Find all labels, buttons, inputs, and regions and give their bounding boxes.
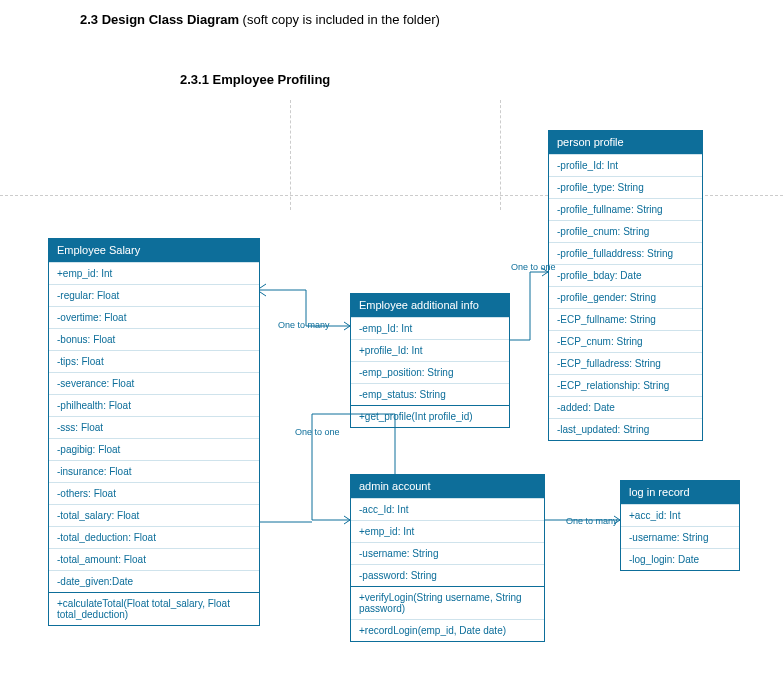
class-attr: -total_deduction: Float	[49, 526, 259, 548]
class-attr: -insurance: Float	[49, 460, 259, 482]
class-attr: -log_login: Date	[621, 548, 739, 570]
class-attr: -ECP_fullname: String	[549, 308, 702, 330]
rel-one-to-one: One to one	[295, 427, 340, 437]
class-attr: -total_amount: Float	[49, 548, 259, 570]
class-employee-additional-info: Employee additional info -emp_Id: Int +p…	[350, 293, 510, 428]
subsection-title-text: Employee Profiling	[213, 72, 331, 87]
class-attr: -regular: Float	[49, 284, 259, 306]
class-attr: -overtime: Float	[49, 306, 259, 328]
class-attr: -bonus: Float	[49, 328, 259, 350]
class-attr: -philhealth: Float	[49, 394, 259, 416]
class-attr: -profile_cnum: String	[549, 220, 702, 242]
class-op: +get_profile(Int profile_id)	[351, 405, 509, 427]
class-attr: -acc_Id: Int	[351, 498, 544, 520]
section-number: 2.3	[80, 12, 98, 27]
class-title: log in record	[621, 481, 739, 504]
section-note: (soft copy is included in the folder)	[243, 12, 440, 27]
class-attr: -profile_Id: Int	[549, 154, 702, 176]
class-attr: +emp_id: Int	[351, 520, 544, 542]
class-attr: -severance: Float	[49, 372, 259, 394]
class-attr: -tips: Float	[49, 350, 259, 372]
class-attr: -password: String	[351, 564, 544, 586]
class-attr: -added: Date	[549, 396, 702, 418]
class-attr: -profile_fulladdress: String	[549, 242, 702, 264]
class-attr: -sss: Float	[49, 416, 259, 438]
class-log-in-record: log in record +acc_id: Int -username: St…	[620, 480, 740, 571]
class-attr: +emp_id: Int	[49, 262, 259, 284]
class-attr: -username: String	[621, 526, 739, 548]
class-attr: -emp_position: String	[351, 361, 509, 383]
subsection-heading: 2.3.1 Employee Profiling	[180, 72, 330, 87]
class-title: Employee additional info	[351, 294, 509, 317]
class-attr: -ECP_fulladress: String	[549, 352, 702, 374]
rel-one-to-many: One to many	[278, 320, 330, 330]
rel-one-to-many: One to many	[566, 516, 618, 526]
section-heading: 2.3 Design Class Diagram (soft copy is i…	[80, 12, 440, 27]
class-attr: -username: String	[351, 542, 544, 564]
class-attr: +acc_id: Int	[621, 504, 739, 526]
class-attr: -profile_bday: Date	[549, 264, 702, 286]
class-attr: -ECP_cnum: String	[549, 330, 702, 352]
class-title: person profile	[549, 131, 702, 154]
class-admin-account: admin account -acc_Id: Int +emp_id: Int …	[350, 474, 545, 642]
class-attr: -last_updated: String	[549, 418, 702, 440]
class-op: +recordLogin(emp_id, Date date)	[351, 619, 544, 641]
class-person-profile: person profile -profile_Id: Int -profile…	[548, 130, 703, 441]
class-title: Employee Salary	[49, 239, 259, 262]
class-employee-salary: Employee Salary +emp_id: Int -regular: F…	[48, 238, 260, 626]
class-attr: -emp_status: String	[351, 383, 509, 405]
class-op: +calculateTotal(Float total_salary, Floa…	[49, 592, 259, 625]
class-title: admin account	[351, 475, 544, 498]
class-op: +verifyLogin(String username, String pas…	[351, 586, 544, 619]
class-attr: -pagibig: Float	[49, 438, 259, 460]
subsection-number: 2.3.1	[180, 72, 209, 87]
class-attr: +profile_Id: Int	[351, 339, 509, 361]
guide-line	[290, 100, 291, 210]
class-attr: -ECP_relationship: String	[549, 374, 702, 396]
rel-one-to-one: One to one	[511, 262, 556, 272]
class-attr: -profile_fullname: String	[549, 198, 702, 220]
class-attr: -date_given:Date	[49, 570, 259, 592]
class-attr: -others: Float	[49, 482, 259, 504]
class-attr: -profile_gender: String	[549, 286, 702, 308]
section-title-text: Design Class Diagram	[102, 12, 239, 27]
guide-line	[500, 100, 501, 210]
class-attr: -emp_Id: Int	[351, 317, 509, 339]
class-attr: -profile_type: String	[549, 176, 702, 198]
class-attr: -total_salary: Float	[49, 504, 259, 526]
